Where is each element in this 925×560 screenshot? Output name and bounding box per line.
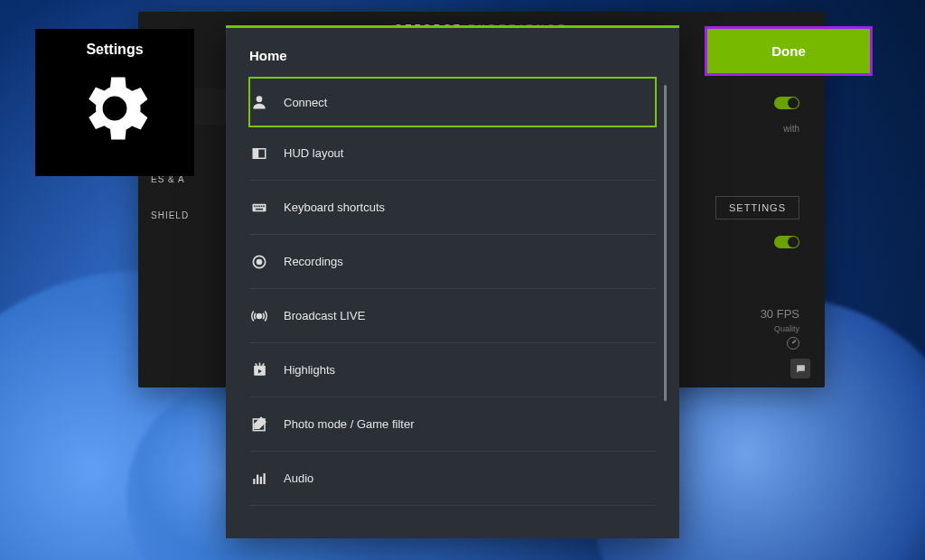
menu-item-keyboard-shortcuts[interactable]: Keyboard shortcuts (249, 181, 656, 235)
overlay-settings-panel: Home Connect HUD layout Keyboard shortcu… (226, 25, 679, 538)
menu-item-label: Recordings (284, 255, 343, 268)
menu-item-broadcast-live[interactable]: Broadcast LIVE (249, 289, 656, 343)
menu-item-highlights[interactable]: Highlights (249, 343, 656, 397)
svg-rect-5 (253, 203, 266, 210)
done-button-highlight: Done (705, 26, 873, 76)
svg-rect-6 (254, 205, 256, 207)
svg-rect-4 (253, 148, 258, 158)
photo-edit-icon (249, 415, 269, 434)
svg-rect-9 (261, 205, 263, 207)
settings-card: Settings (35, 29, 194, 176)
toggle-fps[interactable] (774, 236, 799, 248)
gauge-icon (787, 337, 799, 350)
svg-rect-18 (253, 479, 255, 484)
record-icon (249, 252, 269, 272)
done-button[interactable]: Done (707, 29, 870, 73)
menu-item-label: Audio (284, 471, 313, 485)
svg-rect-7 (257, 205, 258, 207)
keyboard-icon (249, 198, 269, 218)
menu-item-label: Connect (284, 96, 327, 109)
settings-card-title: Settings (86, 42, 143, 58)
svg-point-13 (257, 259, 262, 264)
svg-rect-11 (256, 208, 263, 210)
svg-rect-8 (258, 205, 260, 207)
highlights-icon (249, 360, 269, 380)
person-icon (249, 92, 269, 112)
menu-item-label: Photo mode / Game filter (284, 417, 415, 431)
menu-item-hud-layout[interactable]: HUD layout (249, 126, 656, 181)
svg-rect-19 (257, 474, 258, 484)
layout-icon (249, 144, 269, 163)
audio-bars-icon (249, 469, 269, 489)
menu-item-photo-mode[interactable]: Photo mode / Game filter (249, 397, 656, 452)
sidebar-item-shield[interactable]: SHIELD (138, 197, 230, 233)
svg-rect-20 (260, 476, 262, 483)
gear-icon (73, 67, 156, 154)
menu-item-label: Keyboard shortcuts (284, 201, 385, 214)
toggle-overlay[interactable] (774, 97, 799, 109)
scrollbar[interactable] (664, 85, 667, 401)
panel-title: Home (226, 28, 679, 76)
svg-rect-10 (263, 205, 265, 207)
menu-item-label: Highlights (284, 363, 335, 377)
svg-rect-21 (264, 473, 266, 484)
menu-item-label: HUD layout (284, 146, 343, 160)
menu-item-label: Broadcast LIVE (284, 309, 365, 322)
settings-button[interactable]: SETTINGS (715, 196, 799, 219)
feedback-icon[interactable] (790, 359, 810, 378)
menu-item-connect[interactable]: Connect (249, 78, 656, 126)
svg-point-2 (257, 96, 263, 102)
menu-item-audio[interactable]: Audio (249, 452, 656, 506)
menu-item-recordings[interactable]: Recordings (249, 235, 656, 289)
broadcast-icon (249, 306, 269, 326)
svg-point-14 (257, 313, 262, 318)
